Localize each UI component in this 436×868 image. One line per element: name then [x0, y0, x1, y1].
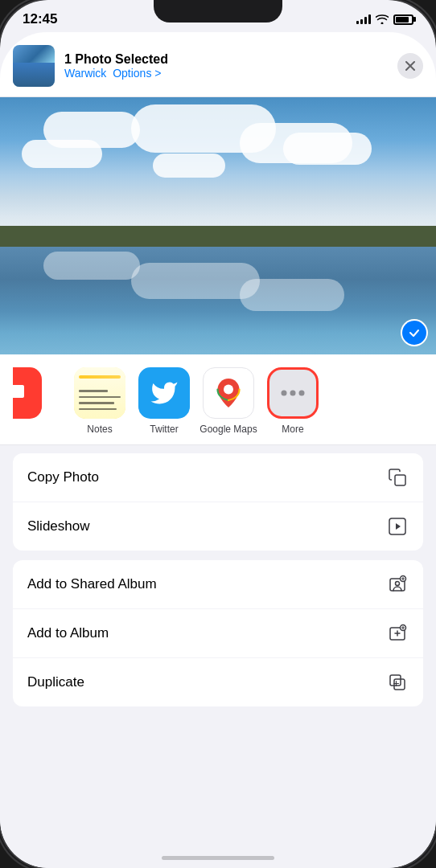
action-group-1: Copy Photo Slideshow — [13, 453, 423, 551]
twitter-label: Twitter — [150, 424, 178, 435]
slideshow-label: Slideshow — [27, 518, 90, 534]
cloud — [153, 154, 225, 178]
svg-point-3 — [299, 391, 305, 396]
app-icon-twitter[interactable]: Twitter — [135, 367, 193, 435]
shared-album-icon — [386, 573, 409, 596]
phone-container: 12:45 — [0, 0, 436, 868]
signal-icon — [356, 14, 371, 24]
add-to-shared-album-label: Add to Shared Album — [27, 576, 157, 592]
cloud-group — [0, 97, 436, 239]
app-icon-google-maps[interactable]: Google Maps — [199, 367, 257, 435]
svg-point-2 — [290, 391, 296, 396]
more-icon — [267, 367, 319, 419]
copy-icon — [386, 466, 409, 489]
slideshow-action[interactable]: Slideshow — [13, 502, 423, 551]
twitter-bird-icon — [150, 379, 179, 407]
location-label: Warwick — [64, 67, 106, 80]
share-header: 1 Photo Selected Warwick Options > — [0, 32, 436, 97]
google-maps-label: Google Maps — [199, 424, 257, 435]
maps-pin-icon — [209, 374, 248, 412]
phone-screen: 12:45 — [0, 0, 436, 868]
cloud — [22, 140, 102, 168]
duplicate-label: Duplicate — [27, 674, 84, 690]
app-icon-messages[interactable] — [13, 367, 64, 419]
duplicate-action[interactable]: Duplicate — [13, 658, 423, 706]
share-subtitle: Warwick Options > — [64, 67, 388, 80]
copy-photo-action[interactable]: Copy Photo — [13, 453, 423, 502]
share-thumbnail — [13, 45, 55, 87]
share-title: 1 Photo Selected — [64, 52, 388, 67]
svg-point-8 — [396, 582, 400, 586]
messages-icon — [13, 367, 42, 419]
status-icons — [356, 14, 413, 25]
cloud-reflection — [240, 279, 344, 311]
svg-marker-6 — [396, 523, 401, 530]
add-album-icon — [386, 622, 409, 645]
app-icon-more[interactable]: More — [264, 367, 322, 435]
add-to-album-label: Add to Album — [27, 625, 109, 641]
photo-checkmark — [402, 321, 426, 345]
close-icon — [405, 60, 416, 72]
photo-preview — [0, 97, 436, 354]
checkmark-icon — [408, 326, 421, 339]
notes-label: Notes — [87, 424, 112, 435]
more-label: More — [282, 424, 303, 435]
notes-icon — [74, 367, 125, 419]
home-indicator — [162, 856, 274, 860]
copy-photo-label: Copy Photo — [27, 469, 99, 485]
cloud-reflection — [43, 252, 140, 280]
play-icon — [386, 515, 409, 538]
messages-bubble-icon — [13, 383, 26, 403]
wifi-icon — [376, 14, 389, 24]
duplicate-icon — [386, 671, 409, 694]
svg-point-0 — [224, 385, 233, 395]
photo-water — [0, 247, 436, 354]
photo-land — [0, 226, 436, 247]
share-info: 1 Photo Selected Warwick Options > — [64, 52, 388, 80]
cloud — [283, 133, 372, 165]
action-group-2: Add to Shared Album Add t — [13, 560, 423, 706]
twitter-icon — [138, 367, 190, 419]
google-maps-icon — [203, 367, 254, 419]
add-to-shared-album-action[interactable]: Add to Shared Album — [13, 560, 423, 609]
battery-icon — [393, 14, 413, 25]
notch — [154, 0, 282, 23]
svg-point-1 — [282, 391, 287, 396]
status-time: 12:45 — [23, 11, 57, 27]
action-list: Copy Photo Slideshow — [0, 445, 436, 868]
more-dots-icon — [281, 390, 305, 396]
photo-image — [0, 97, 436, 354]
options-link[interactable]: Options > — [113, 67, 161, 80]
share-sheet: 1 Photo Selected Warwick Options > — [0, 32, 436, 868]
app-icons-row: Notes Twitter — [0, 354, 436, 445]
svg-rect-4 — [395, 475, 405, 485]
share-close-button[interactable] — [397, 53, 423, 79]
app-icon-notes[interactable]: Notes — [71, 367, 129, 435]
add-to-album-action[interactable]: Add to Album — [13, 609, 423, 658]
